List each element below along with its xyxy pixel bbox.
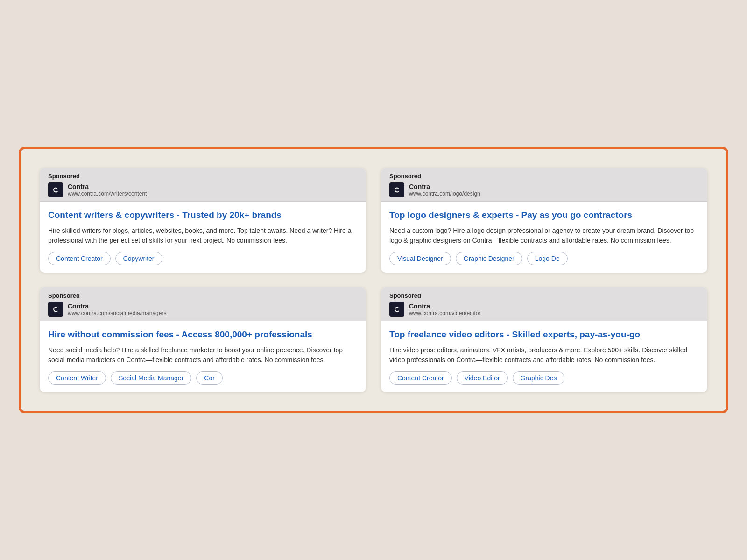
ad-tags: Visual DesignerGraphic DesignerLogo De xyxy=(389,252,699,265)
ad-tag[interactable]: Graphic Des xyxy=(513,371,565,385)
ad-tag[interactable]: Visual Designer xyxy=(389,252,451,265)
ad-body: Top logo designers & experts - Pay as yo… xyxy=(381,202,707,273)
ad-title[interactable]: Top freelance video editors - Skilled ex… xyxy=(389,329,699,341)
ad-description: Hire video pros: editors, animators, VFX… xyxy=(389,345,699,365)
brand-name: Contra xyxy=(409,302,480,310)
ad-body: Top freelance video editors - Skilled ex… xyxy=(381,321,707,392)
ad-tag[interactable]: Graphic Designer xyxy=(456,252,522,265)
contra-logo-icon xyxy=(389,302,404,317)
ad-header: Sponsored Contra www.contra.com/logo/des… xyxy=(381,168,707,202)
ad-tags: Content WriterSocial Media ManagerCor xyxy=(48,371,358,385)
ad-header: Sponsored Contra www.contra.com/video/ed… xyxy=(381,287,707,321)
ad-brand-row: Contra www.contra.com/logo/design xyxy=(389,182,699,197)
ad-card-1: Sponsored Contra www.contra.com/writers/… xyxy=(40,168,366,273)
brand-url: www.contra.com/video/editor xyxy=(409,310,480,316)
svg-rect-3 xyxy=(393,305,401,314)
ad-tag[interactable]: Content Writer xyxy=(48,371,106,385)
ad-tags: Content CreatorVideo EditorGraphic Des xyxy=(389,371,699,385)
ad-tags: Content CreatorCopywriter xyxy=(48,252,358,265)
ad-tag[interactable]: Cor xyxy=(196,371,223,385)
ad-description: Need social media help? Hire a skilled f… xyxy=(48,345,358,365)
ad-description: Need a custom logo? Hire a logo design p… xyxy=(389,226,699,245)
contra-logo-icon xyxy=(389,182,404,197)
brand-name: Contra xyxy=(68,183,147,190)
ad-brand-row: Contra www.contra.com/video/editor xyxy=(389,302,699,317)
ad-card-2: Sponsored Contra www.contra.com/logo/des… xyxy=(381,168,707,273)
ad-body: Content writers & copywriters - Trusted … xyxy=(40,202,366,273)
ad-tag[interactable]: Content Creator xyxy=(48,252,111,265)
ad-title[interactable]: Top logo designers & experts - Pay as yo… xyxy=(389,209,699,221)
ad-brand-row: Contra www.contra.com/writers/content xyxy=(48,182,358,197)
ad-title[interactable]: Hire without commission fees - Access 80… xyxy=(48,329,358,341)
brand-url: www.contra.com/socialmedia/managers xyxy=(68,310,166,316)
sponsored-label: Sponsored xyxy=(48,292,358,299)
brand-url: www.contra.com/writers/content xyxy=(68,190,147,197)
ad-card-3: Sponsored Contra www.contra.com/socialme… xyxy=(40,287,366,392)
ad-brand-text: Contra www.contra.com/video/editor xyxy=(409,302,480,316)
contra-logo-icon xyxy=(48,302,63,317)
svg-rect-1 xyxy=(393,186,401,194)
ad-tag[interactable]: Content Creator xyxy=(389,371,452,385)
ad-header: Sponsored Contra www.contra.com/socialme… xyxy=(40,287,366,321)
ad-tag[interactable]: Copywriter xyxy=(115,252,162,265)
brand-url: www.contra.com/logo/design xyxy=(409,190,480,197)
ad-tag[interactable]: Logo De xyxy=(527,252,568,265)
contra-logo-icon xyxy=(48,182,63,197)
outer-border: Sponsored Contra www.contra.com/writers/… xyxy=(19,147,728,413)
brand-name: Contra xyxy=(68,302,166,310)
sponsored-label: Sponsored xyxy=(48,173,358,180)
svg-rect-2 xyxy=(51,305,60,314)
ad-description: Hire skilled writers for blogs, articles… xyxy=(48,226,358,245)
ad-tag[interactable]: Video Editor xyxy=(457,371,508,385)
svg-rect-0 xyxy=(51,186,60,194)
sponsored-label: Sponsored xyxy=(389,173,699,180)
ad-title[interactable]: Content writers & copywriters - Trusted … xyxy=(48,209,358,221)
ad-tag[interactable]: Social Media Manager xyxy=(111,371,191,385)
ad-brand-text: Contra www.contra.com/logo/design xyxy=(409,183,480,197)
sponsored-label: Sponsored xyxy=(389,292,699,299)
ad-brand-row: Contra www.contra.com/socialmedia/manage… xyxy=(48,302,358,317)
ad-body: Hire without commission fees - Access 80… xyxy=(40,321,366,392)
brand-name: Contra xyxy=(409,183,480,190)
ad-brand-text: Contra www.contra.com/socialmedia/manage… xyxy=(68,302,166,316)
ads-grid: Sponsored Contra www.contra.com/writers/… xyxy=(40,168,707,392)
ad-brand-text: Contra www.contra.com/writers/content xyxy=(68,183,147,197)
ad-header: Sponsored Contra www.contra.com/writers/… xyxy=(40,168,366,202)
ad-card-4: Sponsored Contra www.contra.com/video/ed… xyxy=(381,287,707,392)
